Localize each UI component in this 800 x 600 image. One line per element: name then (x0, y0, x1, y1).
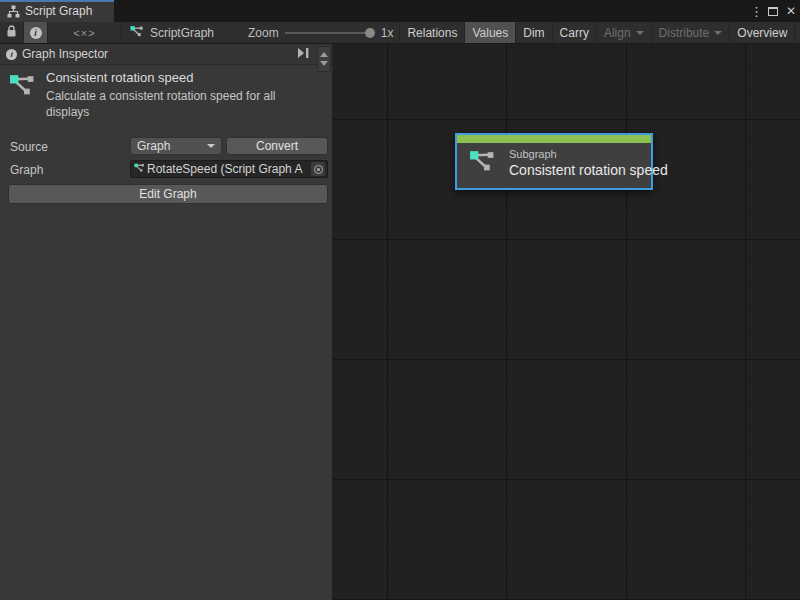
dim-button[interactable]: Dim (515, 22, 551, 43)
unity-script-graph-window: Script Graph ⋮ ✕ i <×> (0, 0, 800, 600)
carry-button[interactable]: Carry (552, 22, 596, 43)
code-icon: <×> (73, 27, 95, 39)
breadcrumb[interactable]: ScriptGraph (122, 22, 224, 43)
breadcrumb-label: ScriptGraph (150, 26, 214, 40)
object-picker-icon[interactable] (311, 162, 325, 176)
info-icon: i (30, 27, 42, 39)
lock-icon (6, 25, 17, 41)
inspector-header: i Graph Inspector (0, 44, 332, 65)
chevron-down-icon (714, 31, 722, 35)
zoom-value: 1x (381, 26, 400, 40)
source-dropdown-value: Graph (137, 139, 170, 153)
edit-graph-label: Edit Graph (139, 187, 196, 201)
align-button: Align (596, 22, 651, 43)
scroll-down-icon[interactable] (320, 61, 328, 66)
values-button[interactable]: Values (464, 22, 515, 43)
overview-label: Overview (737, 26, 787, 40)
edit-graph-button[interactable]: Edit Graph (8, 184, 328, 204)
carry-label: Carry (560, 26, 589, 40)
chevron-down-icon (636, 31, 644, 35)
graph-object-field[interactable]: RotateSpeed (Script Graph A (130, 160, 328, 178)
node-title: Consistent rotation speed (509, 162, 668, 178)
zoom-slider-handle[interactable] (365, 28, 375, 38)
align-label: Align (604, 26, 631, 40)
distribute-button: Distribute (651, 22, 730, 43)
code-view-button[interactable]: <×> (48, 22, 122, 43)
values-label: Values (472, 26, 508, 40)
graph-title: Consistent rotation speed (46, 70, 193, 85)
node-type-label: Subgraph (509, 148, 668, 160)
toolbar-toggle-buttons: Relations Values Dim Carry Align Distrib… (399, 22, 800, 43)
relations-button[interactable]: Relations (399, 22, 464, 43)
dim-label: Dim (523, 26, 544, 40)
convert-label: Convert (256, 139, 298, 153)
inspector-title: Graph Inspector (22, 47, 108, 61)
tab-script-graph[interactable]: Script Graph (0, 0, 114, 22)
full-screen-button[interactable]: Full Screen (794, 22, 800, 43)
node-body: Subgraph Consistent rotation speed (457, 143, 651, 182)
dock-panel-icon[interactable] (296, 47, 310, 59)
inspector-toolbar-group: i <×> (0, 22, 122, 43)
graph-field-label: Graph (10, 163, 43, 177)
relations-label: Relations (407, 26, 457, 40)
chevron-down-icon (207, 144, 215, 148)
subgraph-node[interactable]: Subgraph Consistent rotation speed (455, 133, 653, 190)
graph-breadcrumb-icon (130, 24, 144, 41)
zoom-label: Zoom (248, 26, 279, 40)
zoom-control: Zoom 1x (224, 22, 399, 43)
source-label: Source (10, 140, 48, 154)
lock-button[interactable] (0, 22, 24, 43)
script-graph-tab-icon (7, 5, 20, 18)
window-controls: ⋮ ✕ (750, 0, 796, 22)
subgraph-node-icon (469, 147, 496, 178)
panel-scrollbar-arrows[interactable] (317, 46, 331, 72)
info-icon: i (6, 49, 17, 60)
scroll-up-icon[interactable] (320, 52, 328, 57)
window-menu-icon[interactable]: ⋮ (750, 4, 760, 19)
node-header-bar (457, 135, 651, 143)
graph-object-value: RotateSpeed (Script Graph A (147, 162, 311, 176)
zoom-slider-track (285, 32, 375, 34)
graph-canvas[interactable]: Subgraph Consistent rotation speed (333, 44, 800, 600)
close-icon[interactable]: ✕ (786, 4, 796, 18)
source-dropdown[interactable]: Graph (130, 137, 222, 155)
graph-toolbar: i <×> ScriptGraph Zoom (0, 22, 800, 44)
maximize-icon[interactable] (768, 7, 778, 16)
convert-button[interactable]: Convert (226, 137, 328, 155)
zoom-slider[interactable] (285, 22, 375, 44)
graph-inspector-panel: i Graph Inspector Consistent rotation sp… (0, 44, 333, 600)
distribute-label: Distribute (659, 26, 710, 40)
tab-title: Script Graph (25, 4, 92, 18)
window-titlebar: Script Graph ⋮ ✕ (0, 0, 800, 22)
inspector-toggle-button[interactable]: i (24, 22, 48, 43)
graph-asset-icon (134, 162, 145, 176)
active-tab-accent (0, 0, 114, 2)
graph-description: Calculate a consistent rotation speed fo… (46, 88, 322, 120)
subgraph-icon (9, 71, 36, 101)
overview-button[interactable]: Overview (729, 22, 794, 43)
node-text: Subgraph Consistent rotation speed (509, 148, 668, 178)
